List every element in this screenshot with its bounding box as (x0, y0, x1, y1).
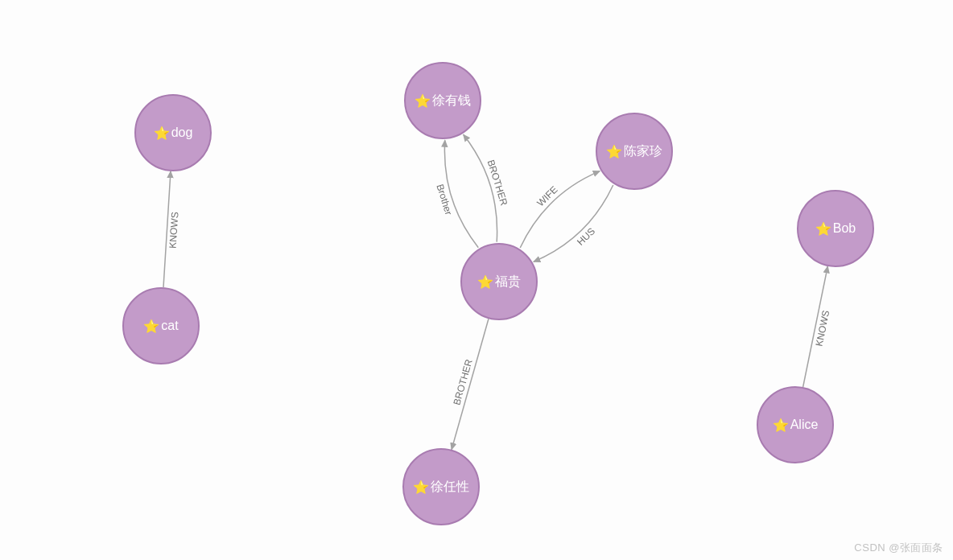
node-label: Alice (790, 418, 819, 432)
star-icon: ⭐ (154, 126, 170, 141)
watermark: CSDN @张面面条 (854, 541, 943, 555)
star-icon: ⭐ (606, 144, 622, 159)
star-icon: ⭐ (773, 418, 789, 433)
node-label: 福贵 (495, 274, 521, 290)
node-label: 徐有钱 (432, 93, 471, 109)
edge-label: KNOWS (813, 309, 831, 347)
edge-fugui-chenjiazhen (520, 171, 600, 248)
graph-node-xuyouqian[interactable]: ⭐徐有钱 (404, 62, 481, 139)
edge-label: BROTHER (452, 358, 475, 406)
edge-alice-bob (803, 266, 828, 387)
star-icon: ⭐ (477, 274, 493, 290)
edge-label: WIFE (535, 184, 560, 209)
star-icon: ⭐ (413, 480, 429, 495)
edge-cat-dog (163, 171, 171, 287)
edge-fugui-xurenxing (452, 319, 489, 450)
node-label: 徐任性 (431, 479, 469, 496)
edge-label: HUS (575, 225, 597, 248)
star-icon: ⭐ (415, 93, 431, 109)
star-icon: ⭐ (143, 319, 159, 334)
edge-fugui-xuyouqian (444, 140, 478, 247)
edge-label: Brother (435, 183, 455, 216)
graph-node-cat[interactable]: ⭐cat (122, 287, 200, 364)
graph-node-bob[interactable]: ⭐Bob (797, 190, 874, 267)
node-label: cat (161, 319, 178, 333)
node-label: dog (171, 126, 193, 140)
graph-node-xurenxing[interactable]: ⭐徐任性 (402, 448, 480, 525)
graph-canvas[interactable]: ⭐dog⭐cat⭐徐有钱⭐陈家珍⭐福贵⭐徐任性⭐Bob⭐Alice KNOWSB… (0, 0, 953, 560)
star-icon: ⭐ (815, 221, 831, 237)
edge-label: BROTHER (485, 159, 510, 207)
graph-node-chenjiazhen[interactable]: ⭐陈家珍 (596, 113, 673, 190)
graph-node-alice[interactable]: ⭐Alice (757, 386, 834, 463)
graph-node-fugui[interactable]: ⭐福贵 (460, 243, 538, 320)
node-label: Bob (833, 221, 856, 236)
edge-chenjiazhen-fugui (534, 185, 613, 261)
graph-node-dog[interactable]: ⭐dog (134, 94, 212, 171)
edge-label: KNOWS (167, 211, 181, 248)
edge-fugui-xuyouqian (464, 134, 497, 241)
node-label: 陈家珍 (624, 143, 662, 160)
